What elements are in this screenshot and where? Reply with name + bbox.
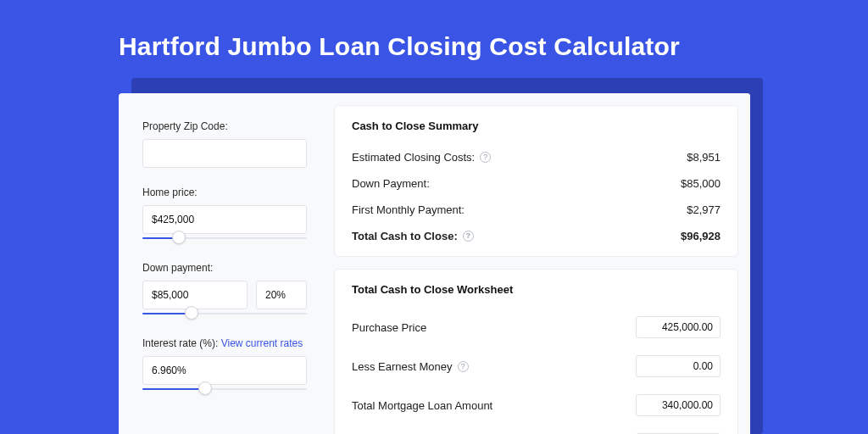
help-icon[interactable]: ? xyxy=(458,361,469,372)
interest-rate-field-group: Interest rate (%): View current rates 6.… xyxy=(142,337,307,394)
zip-label: Property Zip Code: xyxy=(142,120,307,132)
summary-row-value: $96,928 xyxy=(681,230,721,242)
worksheet-row-input[interactable] xyxy=(636,355,721,377)
interest-rate-input[interactable]: 6.960% xyxy=(142,356,307,385)
down-payment-slider[interactable] xyxy=(142,309,307,319)
down-payment-field-group: Down payment: $85,000 20% xyxy=(142,262,307,319)
summary-row-value: $8,951 xyxy=(687,151,721,164)
home-price-slider[interactable] xyxy=(142,233,307,243)
zip-field-group: Property Zip Code: xyxy=(142,120,307,168)
summary-row: Estimated Closing Costs:?$8,951 xyxy=(352,144,721,170)
worksheet-row: Less Earnest Money? xyxy=(352,347,721,386)
slider-thumb[interactable] xyxy=(198,381,212,395)
page-title: Hartford Jumbo Loan Closing Cost Calcula… xyxy=(119,32,680,61)
summary-row-value: $85,000 xyxy=(681,177,721,190)
worksheet-row: Purchase Price xyxy=(352,308,721,347)
summary-row-label: First Monthly Payment: xyxy=(352,203,465,216)
summary-row-label: Estimated Closing Costs:? xyxy=(352,151,491,164)
calculator-card: Property Zip Code: Home price: $425,000 … xyxy=(119,93,750,434)
summary-panel: Cash to Close Summary Estimated Closing … xyxy=(334,105,738,257)
summary-row: First Monthly Payment:$2,977 xyxy=(352,197,721,223)
summary-row-label: Total Cash to Close:? xyxy=(352,230,474,242)
slider-thumb[interactable] xyxy=(172,231,186,244)
results-panel: Cash to Close Summary Estimated Closing … xyxy=(322,93,750,434)
summary-row: Total Cash to Close:?$96,928 xyxy=(352,223,721,249)
summary-row-label: Down Payment: xyxy=(352,177,430,190)
worksheet-row-input[interactable] xyxy=(636,394,721,416)
summary-heading: Cash to Close Summary xyxy=(352,120,721,132)
home-price-label: Home price: xyxy=(142,186,307,198)
interest-rate-slider[interactable] xyxy=(142,384,307,394)
worksheet-row: Total Second Mortgage Amount? xyxy=(352,425,721,434)
view-current-rates-link[interactable]: View current rates xyxy=(221,337,303,349)
help-icon[interactable]: ? xyxy=(480,152,491,163)
worksheet-row: Total Mortgage Loan Amount xyxy=(352,386,721,425)
worksheet-heading: Total Cash to Close Worksheet xyxy=(352,283,721,296)
down-payment-pct-input[interactable]: 20% xyxy=(256,281,307,309)
worksheet-row-input[interactable] xyxy=(636,316,721,338)
inputs-panel: Property Zip Code: Home price: $425,000 … xyxy=(119,93,322,434)
help-icon[interactable]: ? xyxy=(463,231,474,242)
worksheet-row-label: Purchase Price xyxy=(352,321,426,334)
interest-rate-label: Interest rate (%): View current rates xyxy=(142,337,307,349)
down-payment-input[interactable]: $85,000 xyxy=(142,281,248,309)
summary-row: Down Payment:$85,000 xyxy=(352,170,721,197)
worksheet-row-label: Total Mortgage Loan Amount xyxy=(352,399,492,412)
home-price-input[interactable]: $425,000 xyxy=(142,205,307,234)
summary-row-value: $2,977 xyxy=(687,203,721,216)
worksheet-panel: Total Cash to Close Worksheet Purchase P… xyxy=(334,269,738,434)
down-payment-label: Down payment: xyxy=(142,262,307,274)
slider-thumb[interactable] xyxy=(185,306,198,320)
home-price-field-group: Home price: $425,000 xyxy=(142,186,307,243)
worksheet-row-label: Less Earnest Money? xyxy=(352,360,469,373)
zip-input[interactable] xyxy=(142,139,307,168)
